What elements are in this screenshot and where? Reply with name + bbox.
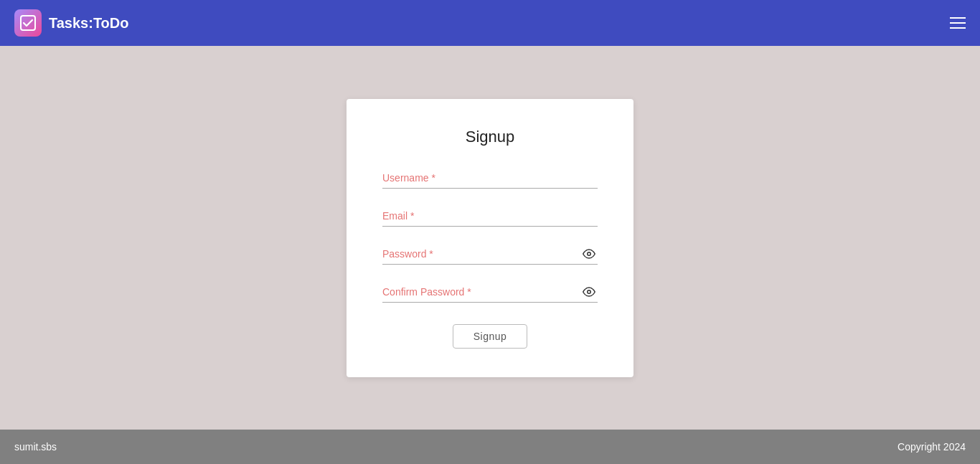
app-title: Tasks:ToDo bbox=[49, 15, 129, 32]
footer-left-text: sumit.sbs bbox=[14, 441, 57, 453]
svg-point-1 bbox=[588, 252, 591, 256]
signup-card: Signup bbox=[347, 99, 633, 377]
username-input[interactable] bbox=[382, 168, 598, 189]
username-group bbox=[382, 168, 598, 189]
hamburger-line-3 bbox=[950, 27, 966, 29]
email-input[interactable] bbox=[382, 206, 598, 227]
email-group bbox=[382, 206, 598, 227]
signup-title: Signup bbox=[382, 128, 598, 146]
password-group bbox=[382, 244, 598, 265]
svg-point-2 bbox=[588, 290, 591, 294]
footer: sumit.sbs Copyright 2024 bbox=[0, 430, 980, 464]
password-input[interactable] bbox=[382, 244, 598, 265]
navbar: Tasks:ToDo bbox=[0, 0, 980, 46]
password-toggle-icon[interactable] bbox=[580, 245, 598, 262]
footer-right-text: Copyright 2024 bbox=[897, 441, 966, 453]
signup-button[interactable]: Signup bbox=[453, 324, 528, 349]
hamburger-line-2 bbox=[950, 22, 966, 24]
hamburger-line-1 bbox=[950, 17, 966, 19]
confirm-password-group bbox=[382, 282, 598, 303]
confirm-password-input[interactable] bbox=[382, 282, 598, 303]
main-content: Signup bbox=[0, 46, 980, 430]
hamburger-menu[interactable] bbox=[950, 17, 966, 29]
confirm-password-toggle-icon[interactable] bbox=[580, 283, 598, 300]
app-logo bbox=[14, 9, 42, 37]
navbar-brand[interactable]: Tasks:ToDo bbox=[14, 9, 129, 37]
